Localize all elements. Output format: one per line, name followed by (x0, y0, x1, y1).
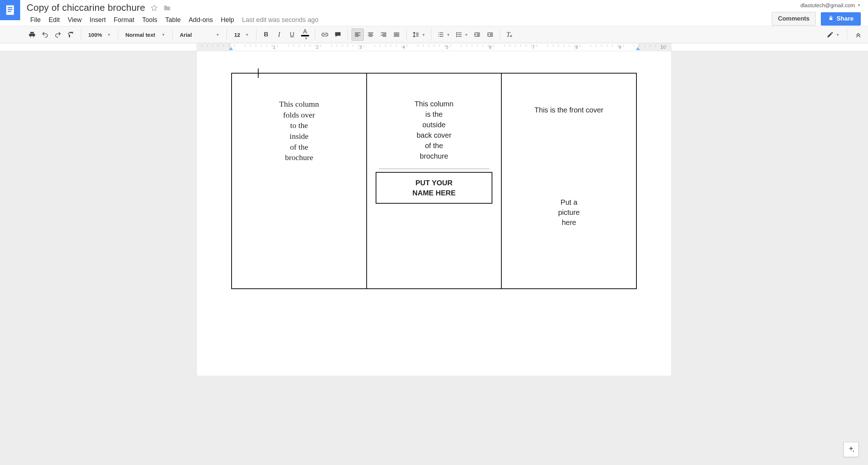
separator (315, 29, 315, 40)
bulleted-list-button[interactable]: ▼ (453, 28, 470, 41)
align-justify-button[interactable] (390, 28, 403, 41)
ruler-number: 9 (618, 44, 621, 50)
lock-icon (828, 15, 834, 23)
explore-button[interactable] (844, 442, 859, 457)
separator (500, 29, 500, 40)
brochure-table[interactable]: This column folds over to the inside of … (231, 73, 637, 289)
last-edit-status[interactable]: Last edit was seconds ago (242, 16, 318, 24)
ruler-number: 1 (273, 44, 275, 50)
numbered-list-button[interactable]: ▼ (435, 28, 452, 41)
font-size-select[interactable]: 12▼ (231, 28, 252, 41)
svg-rect-3 (8, 11, 11, 12)
ruler-number: 6 (489, 44, 491, 50)
menu-view[interactable]: View (64, 15, 85, 25)
share-button[interactable]: Share (821, 12, 861, 26)
undo-button[interactable] (39, 28, 51, 41)
bold-button[interactable]: B (260, 28, 272, 41)
separator (348, 29, 348, 40)
zoom-select[interactable]: 100%▼ (85, 28, 114, 41)
decrease-indent-button[interactable] (471, 28, 483, 41)
editing-mode-button[interactable]: ▼ (824, 28, 842, 41)
menubar: File Edit View Insert Format Tools Table… (27, 15, 772, 25)
comments-button[interactable]: Comments (772, 12, 816, 26)
docs-home-button[interactable] (0, 0, 20, 20)
toolbar: 100%▼ Normal text▼ Arial▼ 12▼ B I U A▼ ▼… (0, 26, 868, 43)
menu-tools[interactable]: Tools (139, 15, 161, 25)
font-family-value: Arial (180, 32, 192, 38)
col3-title[interactable]: This is the front cover (510, 106, 627, 114)
header-right: dlastutech@gmail.com ▼ Comments Share (772, 0, 861, 26)
svg-rect-2 (8, 9, 12, 10)
brochure-col-2[interactable]: This column is the outside back cover of… (367, 74, 502, 288)
ruler[interactable]: 12345678910 (0, 43, 868, 51)
svg-point-5 (456, 34, 457, 35)
separator (227, 29, 227, 40)
svg-rect-1 (8, 7, 12, 8)
header-buttons: Comments Share (772, 12, 861, 26)
menu-edit[interactable]: Edit (45, 15, 63, 25)
col3-picture-placeholder[interactable]: Put a picture here (510, 197, 627, 227)
chevron-down-icon: ▼ (161, 33, 165, 37)
document-title[interactable]: Copy of chiccarine brochure (27, 2, 145, 13)
star-icon[interactable] (150, 4, 158, 12)
insert-link-button[interactable] (319, 28, 331, 41)
chevron-down-icon: ▼ (245, 33, 249, 37)
svg-point-4 (456, 32, 457, 33)
font-family-select[interactable]: Arial▼ (176, 28, 223, 41)
col1-text[interactable]: This column folds over to the inside of … (241, 99, 358, 163)
align-center-button[interactable] (364, 28, 377, 41)
account-menu[interactable]: dlastutech@gmail.com ▼ (800, 2, 861, 8)
font-size-value: 12 (234, 32, 240, 38)
menu-file[interactable]: File (27, 15, 44, 25)
ruler-number: 8 (575, 44, 578, 50)
paragraph-style-value: Normal text (125, 32, 155, 38)
insert-comment-button[interactable] (332, 28, 344, 41)
line-spacing-button[interactable]: ▼ (410, 28, 428, 41)
menu-help[interactable]: Help (217, 15, 238, 25)
menu-table[interactable]: Table (162, 15, 184, 25)
align-left-button[interactable] (352, 28, 364, 41)
chevron-down-icon: ▼ (836, 33, 840, 37)
separator (406, 29, 407, 40)
document-canvas[interactable]: This column folds over to the inside of … (0, 51, 868, 465)
align-right-button[interactable] (377, 28, 390, 41)
chevron-down-icon: ▼ (422, 33, 425, 37)
ruler-number: 4 (402, 44, 405, 50)
ruler-number: 5 (446, 44, 448, 50)
separator (847, 29, 847, 40)
collapse-toolbar-button[interactable] (852, 28, 864, 41)
page[interactable]: This column folds over to the inside of … (196, 51, 672, 376)
redo-button[interactable] (52, 28, 64, 41)
chevron-down-icon: ▼ (107, 33, 111, 37)
print-button[interactable] (26, 28, 38, 41)
svg-point-6 (456, 36, 457, 37)
menu-insert[interactable]: Insert (86, 15, 109, 25)
brochure-col-1[interactable]: This column folds over to the inside of … (232, 74, 367, 288)
separator (172, 29, 173, 40)
text-color-button[interactable]: A▼ (299, 28, 311, 41)
separator (431, 29, 431, 40)
brochure-col-3[interactable]: This is the front cover Put a picture he… (502, 74, 636, 288)
move-to-folder-icon[interactable] (163, 4, 171, 12)
ruler-number: 3 (359, 44, 362, 50)
chevron-down-icon: ▼ (857, 3, 861, 7)
menu-addons[interactable]: Add-ons (185, 15, 216, 25)
indent-right-marker[interactable] (636, 47, 640, 50)
app-header: Copy of chiccarine brochure File Edit Vi… (0, 0, 868, 26)
italic-button[interactable]: I (273, 28, 285, 41)
menu-format[interactable]: Format (110, 15, 138, 25)
col2-text[interactable]: This column is the outside back cover of… (376, 99, 493, 161)
title-row: Copy of chiccarine brochure (27, 2, 772, 13)
name-box[interactable]: PUT YOUR NAME HERE (376, 172, 493, 204)
paint-format-button[interactable] (65, 28, 77, 41)
ruler-number: 7 (532, 44, 534, 50)
increase-indent-button[interactable] (484, 28, 496, 41)
clear-formatting-button[interactable]: T✕ (504, 28, 516, 41)
indent-left-marker[interactable] (229, 47, 233, 50)
underline-button[interactable]: U (286, 28, 298, 41)
chevron-down-icon: ▼ (216, 33, 219, 37)
paragraph-style-select[interactable]: Normal text▼ (122, 28, 169, 41)
separator (81, 29, 81, 40)
chevron-down-icon: ▼ (465, 33, 468, 37)
share-button-label: Share (837, 15, 854, 22)
